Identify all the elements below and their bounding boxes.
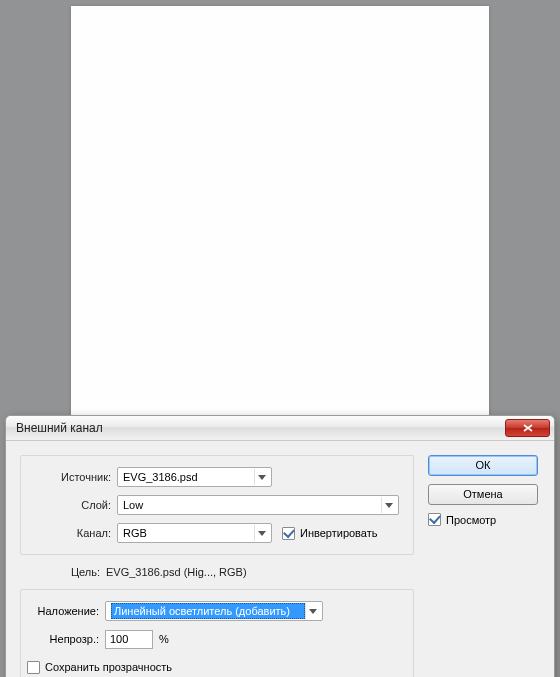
close-button[interactable] [505, 419, 550, 437]
opacity-label: Непрозр.: [31, 633, 105, 645]
chevron-down-icon [381, 497, 396, 513]
layer-value: Low [123, 499, 381, 511]
opacity-input[interactable]: 100 [105, 630, 153, 649]
apply-image-dialog: Внешний канал Источник: EVG_3186.psd Сло… [5, 415, 555, 677]
channel-label: Канал: [31, 527, 117, 539]
chevron-down-icon [305, 603, 320, 619]
dialog-body: Источник: EVG_3186.psd Слой: Low Канал: [6, 441, 554, 677]
chevron-down-icon [254, 525, 269, 541]
ok-button[interactable]: ОК [428, 455, 538, 476]
source-group: Источник: EVG_3186.psd Слой: Low Канал: [20, 455, 414, 555]
invert-label: Инвертировать [300, 527, 377, 539]
checkbox-icon [27, 661, 40, 674]
blending-value: Линейный осветлитель (добавить) [111, 603, 305, 619]
source-combo[interactable]: EVG_3186.psd [117, 467, 272, 487]
layer-label: Слой: [31, 499, 117, 511]
dialog-title: Внешний канал [16, 421, 505, 435]
channel-combo[interactable]: RGB [117, 523, 272, 543]
invert-checkbox[interactable]: Инвертировать [282, 527, 377, 540]
preserve-transparency-checkbox[interactable]: Сохранить прозрачность [27, 661, 172, 674]
opacity-unit: % [153, 633, 169, 645]
target-value: EVG_3186.psd (Hig..., RGB) [106, 566, 247, 578]
source-value: EVG_3186.psd [123, 471, 254, 483]
blending-combo[interactable]: Линейный осветлитель (добавить) [105, 601, 323, 621]
right-panel: ОК Отмена Просмотр [428, 455, 540, 677]
checkbox-icon [282, 527, 295, 540]
source-label: Источник: [31, 471, 117, 483]
cancel-button[interactable]: Отмена [428, 484, 538, 505]
preview-label: Просмотр [446, 514, 496, 526]
target-label: Цель: [20, 566, 106, 578]
dialog-titlebar[interactable]: Внешний канал [6, 416, 554, 441]
preserve-label: Сохранить прозрачность [45, 661, 172, 673]
blending-label: Наложение: [31, 605, 105, 617]
layer-combo[interactable]: Low [117, 495, 399, 515]
channel-value: RGB [123, 527, 254, 539]
chevron-down-icon [254, 469, 269, 485]
checkbox-icon [428, 513, 441, 526]
close-icon [523, 424, 533, 432]
blending-group: Наложение: Линейный осветлитель (добавит… [20, 589, 414, 677]
preview-checkbox[interactable]: Просмотр [428, 513, 540, 526]
left-panel: Источник: EVG_3186.psd Слой: Low Канал: [20, 455, 414, 677]
